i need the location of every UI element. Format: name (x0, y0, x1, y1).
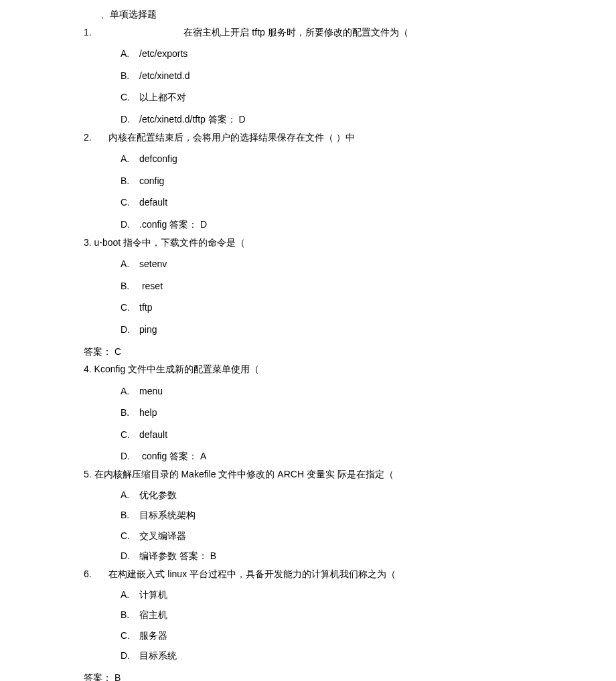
q6-b-text: 宿主机 (139, 609, 167, 620)
label-a: A. (121, 255, 139, 273)
q3-a-text: setenv (139, 258, 167, 269)
q2-option-a: A.defconfig (121, 150, 616, 168)
q3-option-c: C.tftp (121, 299, 616, 317)
q4-option-b: B.help (121, 404, 616, 422)
q1-c-text: 以上都不对 (139, 92, 186, 102)
q1-option-d: D./etc/xinetd.d/tftp 答案： D (121, 110, 616, 129)
label-c: C. (121, 299, 139, 317)
q1-text: 在宿主机上开启 tftp 服务时，所要修改的配置文件为（ (183, 27, 408, 37)
label-d: D. (121, 647, 139, 665)
q5-text: 5. 在内核解压缩目录的 Makefile 文件中修改的 ARCH 变量实 际是… (84, 469, 394, 479)
question-6: 6. 在构建嵌入式 linux 平台过程中，具备开发能力的计算机我们称之为（ (84, 565, 616, 583)
label-c: C. (121, 527, 139, 545)
label-a: A. (121, 382, 139, 400)
section-title: 、单项选择题 (100, 5, 616, 23)
q3-answer: 答案： C (84, 343, 616, 361)
q6-text: 在构建嵌入式 linux 平台过程中，具备开发能力的计算机我们称之为（ (108, 569, 396, 579)
q5-b-text: 目标系统架构 (139, 510, 196, 520)
q2-c-text: default (139, 197, 167, 208)
label-c: C. (121, 426, 139, 444)
q6-option-a: A.计算机 (121, 586, 616, 604)
q1-number: 1. (84, 23, 92, 42)
q6-option-c: C.服务器 (121, 627, 616, 645)
q5-option-c: C.交叉编译器 (121, 527, 616, 545)
q4-text: 4. Kconfig 文件中生成新的配置菜单使用（ (84, 364, 259, 374)
label-a: A. (121, 150, 139, 168)
label-a: A. (121, 45, 139, 63)
q6-c-text: 服务器 (139, 630, 167, 641)
q6-option-b: B.宿主机 (121, 606, 616, 624)
q1-d-text: /etc/xinetd.d/tftp 答案： D (139, 114, 246, 125)
q1-option-b: B./etc/xinetd.d (121, 67, 616, 85)
label-c: C. (121, 194, 139, 212)
label-b: B. (121, 404, 139, 422)
q1-option-c: C.以上都不对 (121, 88, 616, 106)
label-b: B. (121, 506, 139, 524)
q5-a-text: 优化参数 (139, 489, 177, 500)
question-4: 4. Kconfig 文件中生成新的配置菜单使用（ (84, 360, 616, 378)
q5-c-text: 交叉编译器 (139, 530, 186, 541)
q6-option-d: D.目标系统 (121, 647, 616, 665)
q4-option-c: C.default (121, 426, 616, 444)
q3-text: 3. u-boot 指令中，下载文件的命令是（ (84, 237, 245, 248)
q5-option-a: A.优化参数 (121, 486, 616, 504)
q5-option-d: D.编译参数 答案： B (121, 547, 616, 565)
q6-answer: 答案： B (84, 669, 616, 681)
q4-b-text: help (139, 407, 157, 418)
q3-b-text: reset (142, 281, 163, 291)
label-d: D. (121, 547, 139, 565)
label-b: B. (121, 277, 139, 295)
q6-number: 6. (84, 565, 92, 583)
q4-d-text: config 答案： A (142, 451, 206, 461)
label-d: D. (121, 447, 139, 465)
q2-option-b: B.config (121, 172, 616, 190)
q6-d-text: 目标系统 (139, 650, 177, 661)
label-b: B. (121, 67, 139, 85)
q4-c-text: default (139, 429, 167, 440)
q2-option-c: C.default (121, 194, 616, 212)
q3-c-text: tftp (139, 302, 152, 313)
question-3: 3. u-boot 指令中，下载文件的命令是（ (84, 234, 616, 252)
label-b: B. (121, 172, 139, 190)
q2-b-text: config (139, 175, 164, 186)
q3-option-b: B. reset (121, 277, 616, 295)
label-a: A. (121, 486, 139, 504)
question-5: 5. 在内核解压缩目录的 Makefile 文件中修改的 ARCH 变量实 际是… (84, 465, 616, 483)
q4-option-d: D. config 答案： A (121, 447, 616, 465)
label-b: B. (121, 606, 139, 624)
label-a: A. (121, 586, 139, 604)
q4-a-text: menu (139, 386, 163, 396)
label-c: C. (121, 88, 139, 106)
q1-b-text: /etc/xinetd.d (139, 70, 190, 81)
label-d: D. (121, 110, 139, 129)
q6-a-text: 计算机 (139, 589, 167, 600)
label-c: C. (121, 627, 139, 645)
q4-option-a: A.menu (121, 382, 616, 400)
question-2: 2. 内核在配置结束后，会将用户的选择结果保存在文件（ ）中 (84, 129, 616, 147)
q2-d-text: .config 答案： D (139, 219, 207, 230)
label-d: D. (121, 321, 139, 339)
q3-option-a: A.setenv (121, 255, 616, 273)
question-1: 1. 在宿主机上开启 tftp 服务时，所要修改的配置文件为（ (84, 23, 616, 42)
q2-number: 2. (84, 129, 92, 147)
q2-text: 内核在配置结束后，会将用户的选择结果保存在文件（ ）中 (108, 132, 355, 143)
q3-d-text: ping (139, 324, 157, 335)
q5-d-text: 编译参数 答案： B (139, 550, 216, 561)
q5-option-b: B.目标系统架构 (121, 506, 616, 524)
q1-option-a: A./etc/exports (121, 45, 616, 63)
q2-a-text: defconfig (139, 153, 177, 164)
q1-a-text: /etc/exports (139, 48, 187, 59)
label-d: D. (121, 216, 139, 234)
q3-option-d: D.ping (121, 321, 616, 339)
q2-option-d: D..config 答案： D (121, 216, 616, 234)
